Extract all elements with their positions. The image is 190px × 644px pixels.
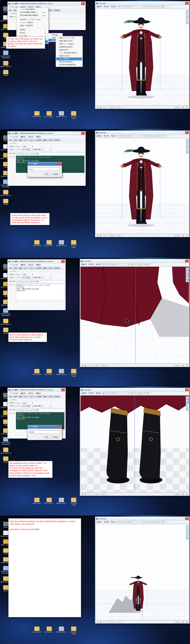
pmxview-titlebar[interactable]: PmxView −□× — [95, 517, 190, 520]
caption-button[interactable]: − — [178, 517, 181, 520]
desktop-icon[interactable]: One piece Folgen — [68, 369, 79, 377]
view-side-button[interactable]: 右 — [186, 402, 189, 405]
desktop-icon[interactable]: Games — [0, 70, 11, 76]
view-tool-button[interactable]: 骨 — [159, 135, 162, 138]
view-tool-button[interactable]: 拡 — [130, 6, 133, 8]
editor-tab[interactable]: 情報 — [8, 139, 13, 142]
editor-tab[interactable]: 材質 — [18, 267, 23, 270]
caption-button[interactable]: × — [61, 388, 65, 391]
edit-menu-option[interactable]: アーカイブ整理(A) — [17, 21, 48, 24]
editor-tab[interactable]: Joint — [48, 139, 53, 142]
editor-menu-item[interactable]: 情報(I) — [35, 136, 42, 138]
system-menu-option[interactable]: 終了時View状態保存(E) — [56, 64, 82, 66]
system-menu-option[interactable]: リスト表示状態の保存(L) — [56, 52, 82, 54]
view-tool-button[interactable]: 移 — [124, 521, 127, 524]
editor-tab[interactable]: 頂点 — [13, 267, 18, 270]
desktop-icon[interactable]: One piece Folgen — [68, 626, 79, 634]
view-status-item[interactable]: 0 — [106, 621, 109, 623]
editor-menu-item[interactable]: ファイル(F) — [8, 136, 19, 138]
view-tool-button[interactable]: 頂 — [149, 135, 152, 138]
view-tool-button[interactable]: 剛 — [162, 135, 165, 138]
editor-tab[interactable]: 表示枠 — [36, 267, 42, 270]
view-tool-button[interactable]: Z — [140, 135, 143, 138]
edit-menu-option[interactable]: リストの表示更新(R) — [17, 8, 48, 11]
encode-select[interactable]: UTF-16(LE) — [21, 276, 33, 279]
editor-tab[interactable]: ボーン — [23, 267, 29, 270]
view-tool-button[interactable]: 移 — [109, 263, 112, 266]
editor-tab[interactable]: ボーン — [23, 395, 29, 398]
view-tool-button[interactable]: 骨 — [143, 392, 146, 395]
view-status-item[interactable]: 選 — [186, 234, 189, 237]
view-status-item[interactable]: 0 — [88, 364, 90, 367]
desktop-icon[interactable]: mmd_tutorial_... — [44, 240, 54, 248]
view-status-item[interactable]: mode ▲ — [174, 106, 181, 108]
view-tool-button[interactable]: 回 — [127, 6, 130, 8]
view-tool-button[interactable]: X — [133, 521, 136, 524]
view-tool-button[interactable]: 面 — [140, 263, 143, 266]
size-input[interactable] — [29, 168, 60, 170]
view-side-button[interactable]: 左 — [186, 13, 189, 16]
view-tool-button[interactable]: 辺 — [152, 6, 155, 8]
editor-tab[interactable]: 剛体 — [43, 267, 47, 270]
view-status-item[interactable]: 選 — [186, 364, 189, 367]
pmxview-window[interactable]: PmxView −□× 編集(E)表示(D)視点(V) 選枠移回拡XYZ絞範頂辺… — [95, 130, 190, 237]
caption-button[interactable]: − — [178, 131, 181, 134]
view-tool-button[interactable]: 範 — [131, 263, 134, 266]
pmxview-titlebar[interactable]: PmxView * −□× — [80, 259, 190, 263]
view-status-item[interactable]: ▶ — [99, 234, 102, 237]
view-menu-item[interactable]: 編集(E) — [96, 6, 103, 8]
view-menu-item[interactable]: 表示(D) — [103, 6, 110, 8]
view-tool-button[interactable]: 剛 — [162, 6, 165, 8]
view-status-item[interactable]: 視 — [182, 234, 185, 237]
editor-tab[interactable]: 材質 — [18, 139, 23, 142]
editor-tab[interactable]: Joint — [48, 395, 53, 398]
view-menu-item[interactable]: 視点(V) — [110, 6, 117, 8]
editor-tab[interactable]: 頂点 — [13, 395, 18, 398]
view-side-button[interactable]: 前 — [186, 268, 189, 270]
view-status-item[interactable]: ▶ — [99, 621, 102, 623]
editor-tab[interactable]: 頂点 — [13, 139, 18, 142]
view-tool-button[interactable]: 回 — [127, 521, 130, 524]
pmxview-window[interactable]: PmxView * −□× 編集(E)表示(D)視点(V) 選枠移回拡XYZ絞範… — [80, 259, 190, 367]
view-tool-button[interactable]: 拡 — [115, 392, 118, 395]
view-tool-button[interactable]: 骨 — [159, 6, 162, 8]
view-side-button[interactable]: 左 — [186, 142, 189, 145]
view-tool-button[interactable]: 面 — [155, 521, 158, 524]
caption-button[interactable]: − — [178, 2, 181, 5]
pmx-editor-window[interactable]: Pmx編集 - 6W66A6W,66U66E6~66U6Mover.1.0.pm… — [7, 259, 66, 310]
view-side-button[interactable]: 透 — [186, 151, 189, 154]
editor-tab[interactable]: 剛体 — [43, 395, 47, 398]
view-side-button[interactable]: 右 — [186, 274, 189, 276]
viewport[interactable]: 前左右上透 — [80, 395, 189, 492]
view-tool-button[interactable]: 面 — [155, 6, 158, 8]
view-status-item[interactable]: ▶ — [84, 364, 87, 367]
view-status-item[interactable]: ◀ — [96, 106, 99, 108]
view-tool-button[interactable]: 剛 — [162, 521, 165, 524]
desktop-icon[interactable]: Neuer Ordner (2) — [0, 190, 11, 196]
view-tool-button[interactable]: 選 — [117, 521, 120, 524]
editor-tab[interactable]: 材質 — [18, 395, 23, 398]
editor-tab[interactable]: 表示枠 — [36, 395, 42, 398]
caption-button[interactable]: □ — [57, 388, 61, 391]
edit-menu-option[interactable]: 材質(M)▸ — [17, 28, 48, 32]
caption-button[interactable]: □ — [78, 132, 81, 135]
view-status-item[interactable]: 0 — [103, 234, 106, 237]
view-menu-item[interactable]: 視点(V) — [110, 521, 117, 523]
editor-tab[interactable]: 情報 — [8, 395, 13, 398]
view-status-item[interactable]: 75% ▾ — [94, 364, 100, 367]
view-tool-button[interactable]: 枠 — [121, 521, 124, 524]
view-tool-button[interactable]: 拡 — [130, 135, 133, 138]
ok-button[interactable]: OK — [43, 436, 50, 438]
view-tool-button[interactable]: 回 — [127, 135, 130, 138]
viewport[interactable]: 前左右上透 — [96, 524, 189, 620]
editor-tab[interactable]: ボーン — [23, 139, 29, 142]
view-menu-item[interactable]: 表示(D) — [103, 135, 110, 137]
editor-tab[interactable]: SoftBody — [53, 139, 61, 142]
view-tool-button[interactable]: 頂 — [149, 6, 152, 8]
caption-button[interactable]: □ — [182, 388, 185, 391]
view-tool-button[interactable]: 拡 — [130, 521, 133, 524]
editor-menu-item[interactable]: ファイル(F) — [8, 392, 19, 395]
view-status-item[interactable]: 選 — [186, 493, 189, 496]
view-status-item[interactable]: ◀ — [96, 621, 99, 623]
desktop-icon[interactable]: Neuer Ordner — [31, 498, 42, 506]
